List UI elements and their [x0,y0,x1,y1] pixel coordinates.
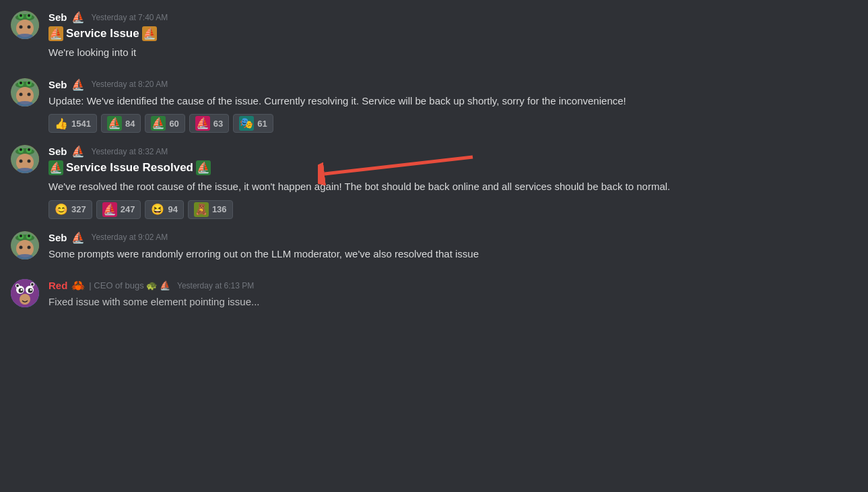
message-group-4: Seb ⛵ Yesterday at 9:02 AM Some prompts … [11,231,857,268]
svg-point-43 [20,235,22,237]
svg-point-27 [28,160,31,163]
svg-point-54 [16,284,19,287]
reaction-emoji-bear: 🧸 [194,202,209,217]
svg-point-32 [17,168,33,173]
message-group-1: Seb ⛵ Yesterday at 7:40 AM ⛵ Service Iss… [11,11,857,66]
reaction-count-thumb: 1541 [71,119,91,129]
svg-point-39 [20,245,23,249]
timestamp-4: Yesterday at 9:02 AM [92,233,168,242]
message-header-2: Seb ⛵ Yesterday at 8:20 AM [48,78,857,91]
username-red-5: Red [48,280,67,291]
sailboat-badge-3: ⛵ [71,145,85,158]
reaction-count-84: 84 [125,119,135,129]
title-emoji-before-1: ⛵ [48,26,63,41]
title-emoji-after-3: ⛵ [196,160,211,175]
svg-point-4 [20,26,23,29]
svg-point-52 [30,289,32,291]
avatar-seb-4 [11,231,39,259]
message-header-5: Red 🦀 | CEO of bugs 🐢 ⛵ Yesterday at 6:1… [48,279,857,292]
svg-point-44 [28,235,30,237]
reaction-emoji-green2: ⛵ [151,116,166,131]
svg-point-31 [28,148,30,151]
svg-point-10 [17,34,33,39]
timestamp-1: Yesterday at 7:40 AM [92,13,168,22]
svg-point-20 [28,82,30,84]
reaction-emoji-thumb: 👍 [55,117,68,130]
message-text-4: Some prompts were randomly erroring out … [48,247,857,262]
reaction-count-136: 136 [212,204,227,214]
message-group-2: Seb ⛵ Yesterday at 8:20 AM Update: We've… [11,78,857,133]
reaction-mask[interactable]: 🎭 61 [233,114,273,133]
svg-point-5 [28,26,31,29]
svg-line-34 [325,157,473,174]
message-content-4: Seb ⛵ Yesterday at 9:02 AM Some prompts … [48,231,857,268]
svg-point-19 [20,82,22,84]
svg-point-30 [20,148,22,151]
reaction-emoji-pink3: ⛵ [102,202,117,217]
svg-point-16 [28,92,31,96]
svg-point-9 [28,14,30,17]
reactions-3: 😊 327 ⛵ 247 😆 94 🧸 136 [48,200,857,219]
avatar-seb-2 [11,78,39,106]
timestamp-3: Yesterday at 8:32 AM [92,147,168,156]
svg-point-8 [20,14,22,17]
avatar-seb-1 [11,11,39,39]
reaction-emoji-laugh: 😆 [151,203,164,216]
username-seb-3: Seb [48,146,67,157]
message-text-2: Update: We've identified the cause of th… [48,94,857,109]
reaction-thumb[interactable]: 👍 1541 [48,114,97,133]
message-header-1: Seb ⛵ Yesterday at 7:40 AM [48,11,857,24]
svg-point-21 [17,101,33,106]
reaction-sail-pink[interactable]: ⛵ 63 [189,114,229,133]
reaction-count-60: 60 [169,119,178,129]
svg-point-45 [17,254,33,259]
sailboat-badge-1: ⛵ [71,11,85,24]
svg-point-56 [31,283,34,286]
timestamp-5: Yesterday at 6:13 PM [177,281,254,290]
reaction-sail-green-1[interactable]: ⛵ 84 [101,114,141,133]
reaction-sail-green-2[interactable]: ⛵ 60 [145,114,185,133]
message-group-3: Seb ⛵ Yesterday at 8:32 AM ⛵ Service Iss… [11,145,857,219]
title-emoji-after-1: ⛵ [142,26,157,41]
avatar-red [11,279,39,307]
chat-container: Seb ⛵ Yesterday at 7:40 AM ⛵ Service Iss… [0,0,868,492]
sailboat-badge-4: ⛵ [71,231,85,244]
reaction-laugh[interactable]: 😆 94 [145,200,183,219]
svg-point-15 [20,92,23,96]
reaction-bear[interactable]: 🧸 136 [188,200,233,219]
message-text-5: Fixed issue with some element pointing i… [48,295,857,310]
username-seb-4: Seb [48,232,67,243]
reaction-count-247: 247 [121,204,135,214]
reaction-sail-pink-3[interactable]: ⛵ 247 [96,200,141,219]
reaction-smile[interactable]: 😊 327 [48,200,92,219]
message-text-1: We're looking into it [48,45,857,61]
reaction-count-61: 61 [257,119,267,129]
reaction-emoji-pink: ⛵ [195,116,210,131]
svg-point-51 [21,289,23,291]
svg-point-26 [20,160,23,163]
reaction-emoji-green1: ⛵ [107,116,122,131]
message-title-3: ⛵ Service Issue Resolved ⛵ [48,160,211,175]
message-header-4: Seb ⛵ Yesterday at 9:02 AM [48,231,857,244]
title-emoji-before-3: ⛵ [48,160,63,175]
message-content-3: Seb ⛵ Yesterday at 8:32 AM ⛵ Service Iss… [48,145,857,219]
reaction-count-94: 94 [168,204,177,214]
extra-badges-5: | CEO of bugs 🐢 ⛵ [89,280,170,290]
timestamp-2: Yesterday at 8:20 AM [92,80,168,89]
message-title-1: ⛵ Service Issue ⛵ [48,26,857,41]
avatar-seb-3 [11,145,39,173]
username-seb-2: Seb [48,79,67,90]
title-text-1: Service Issue [66,27,139,40]
message-content-1: Seb ⛵ Yesterday at 7:40 AM ⛵ Service Iss… [48,11,857,66]
reaction-emoji-smile: 😊 [55,203,68,216]
title-text-3: Service Issue Resolved [66,161,193,175]
resolved-title-row: ⛵ Service Issue Resolved ⛵ [48,160,211,179]
message-group-5: Red 🦀 | CEO of bugs 🐢 ⛵ Yesterday at 6:1… [11,279,857,315]
svg-point-57 [20,294,30,305]
reaction-count-63: 63 [213,119,223,129]
message-content-2: Seb ⛵ Yesterday at 8:20 AM Update: We've… [48,78,857,133]
crab-badge: 🦀 [71,279,85,292]
reactions-2: 👍 1541 ⛵ 84 ⛵ 60 ⛵ 63 🎭 61 [48,114,857,133]
svg-point-40 [28,245,31,249]
sailboat-badge-2: ⛵ [71,78,85,91]
